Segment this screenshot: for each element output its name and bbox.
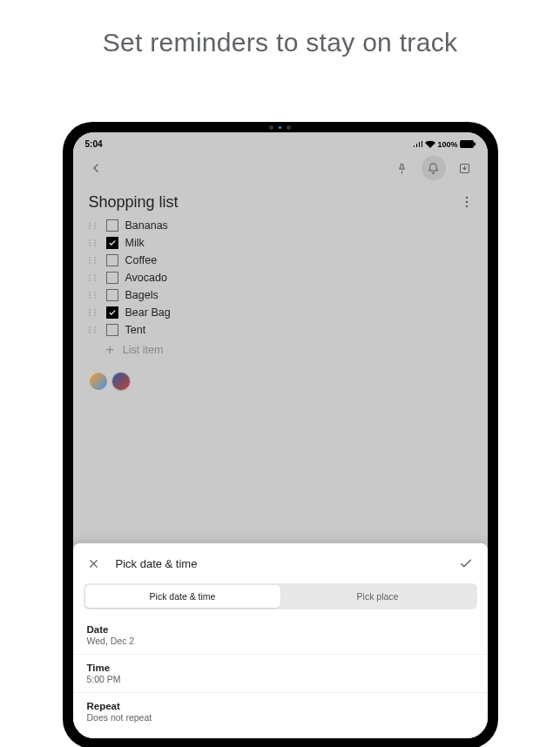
archive-icon[interactable] [453, 156, 477, 180]
drag-handle-icon[interactable] [89, 257, 99, 264]
add-item-placeholder: List item [123, 344, 164, 356]
checkbox[interactable] [106, 254, 118, 266]
battery-icon [460, 140, 476, 148]
list-item[interactable]: Bear Bag [89, 304, 472, 321]
list-item[interactable]: Avocado [89, 269, 472, 286]
reminder-bell-icon[interactable] [422, 156, 446, 180]
list-item[interactable]: Bananas [89, 217, 472, 234]
avatar[interactable] [111, 372, 131, 391]
time-label: Time [87, 663, 474, 673]
item-label: Avocado [125, 272, 167, 284]
collaborator-avatars[interactable] [73, 363, 488, 400]
drag-handle-icon[interactable] [89, 292, 99, 299]
tablet-screen: 5:04 100% [73, 132, 488, 738]
date-row[interactable]: Date Wed, Dec 2 [73, 616, 488, 655]
drag-handle-icon[interactable] [89, 309, 99, 316]
note-title[interactable]: Shopping list [89, 193, 179, 212]
list-item[interactable]: Tent [89, 321, 472, 339]
item-label: Bagels [125, 289, 159, 301]
list-item[interactable]: Milk [89, 234, 472, 252]
checkbox[interactable] [106, 272, 118, 284]
drag-handle-icon[interactable] [89, 239, 99, 246]
reminder-bottom-sheet: Pick date & time Pick date & time Pick p… [73, 543, 488, 738]
repeat-label: Repeat [87, 701, 474, 711]
checkbox[interactable] [106, 289, 118, 301]
time-value: 5:00 PM [87, 674, 474, 684]
plus-icon: + [106, 342, 114, 358]
drag-handle-icon[interactable] [89, 326, 99, 333]
item-label: Bear Bag [125, 306, 171, 319]
tablet-device-frame: 5:04 100% [63, 122, 498, 747]
tab-pick-date-time[interactable]: Pick date & time [85, 585, 280, 608]
repeat-value: Does not repeat [87, 712, 474, 723]
svg-point-4 [465, 201, 468, 204]
drag-handle-icon[interactable] [89, 274, 99, 281]
promo-headline: Set reminders to stay on track [0, 0, 560, 57]
status-bar: 5:04 100% [73, 132, 488, 151]
svg-rect-0 [460, 140, 474, 148]
list-item[interactable]: Bagels [89, 286, 472, 304]
status-time: 5:04 [85, 139, 103, 149]
reminder-type-tabs: Pick date & time Pick place [84, 583, 477, 609]
more-vert-icon[interactable] [462, 192, 472, 212]
tab-pick-place[interactable]: Pick place [280, 585, 476, 608]
checkbox[interactable] [106, 219, 118, 232]
date-label: Date [87, 624, 474, 635]
note-toolbar [73, 151, 488, 185]
wifi-icon [425, 140, 435, 148]
date-value: Wed, Dec 2 [87, 636, 474, 646]
svg-rect-1 [474, 143, 476, 146]
checkbox[interactable] [106, 324, 118, 336]
close-icon[interactable] [87, 557, 100, 570]
svg-point-5 [465, 205, 468, 208]
drag-handle-icon[interactable] [89, 222, 99, 229]
add-list-item[interactable]: +List item [89, 339, 472, 361]
item-label: Tent [125, 324, 146, 336]
avatar[interactable] [89, 372, 108, 391]
item-label: Bananas [125, 219, 168, 232]
sheet-title: Pick date & time [116, 557, 198, 570]
time-row[interactable]: Time 5:00 PM [73, 655, 488, 693]
back-button[interactable] [84, 156, 108, 180]
confirm-check-icon[interactable] [458, 555, 474, 571]
item-label: Coffee [125, 254, 158, 266]
checkbox[interactable] [106, 237, 118, 249]
repeat-row[interactable]: Repeat Does not repeat [73, 693, 488, 738]
battery-percent: 100% [437, 140, 457, 149]
checklist: BananasMilkCoffeeAvocadoBagelsBear BagTe… [73, 215, 488, 363]
checkbox[interactable] [106, 306, 118, 319]
signal-icon [413, 141, 423, 148]
pin-icon[interactable] [390, 156, 415, 180]
item-label: Milk [125, 237, 145, 249]
list-item[interactable]: Coffee [89, 252, 472, 269]
svg-point-3 [465, 197, 468, 199]
